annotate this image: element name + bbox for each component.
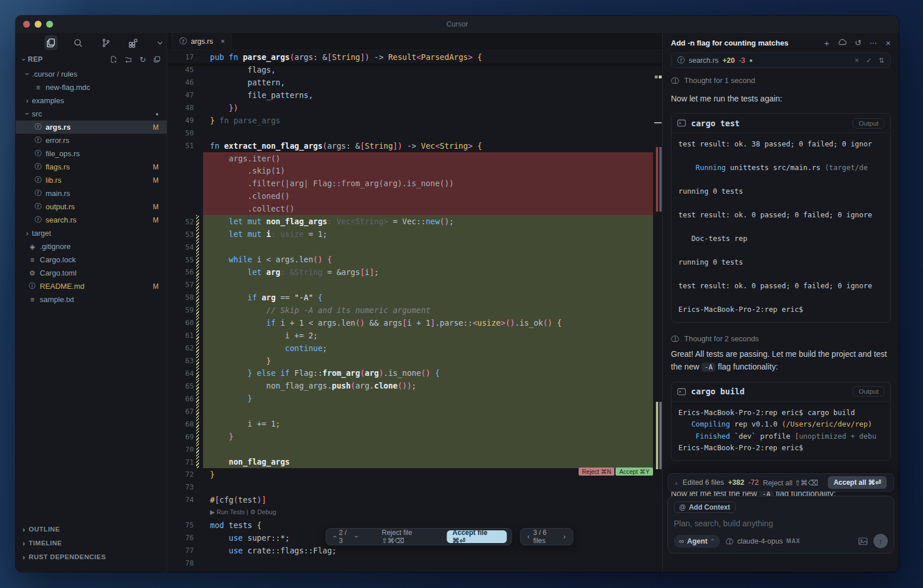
code-text: let mut non_flag_args: Vec<String> = Vec…	[194, 217, 454, 226]
line-number: 49	[167, 116, 194, 125]
code-line-55: 55 while i < args.len() {	[167, 253, 662, 266]
line-number: 62	[167, 344, 194, 352]
tree-item-main-rs[interactable]: ⓡmain.rs	[16, 187, 167, 200]
tree-item-args-rs[interactable]: ⓡargs.rsM	[16, 120, 167, 134]
tree-item-label: src	[32, 110, 42, 118]
accept-chip-icon[interactable]: ✓	[866, 56, 872, 65]
tree-item-cargo-lock[interactable]: ≡Cargo.lock	[16, 253, 167, 266]
tree-item--cursor-rules[interactable]: ›.cursor / rules	[16, 67, 167, 81]
code-text: fn extract_non_flag_args(args: &[String]…	[194, 141, 482, 150]
tree-item-lib-rs[interactable]: ⓡlib.rsM	[16, 174, 167, 187]
tree-item-src[interactable]: ›src●	[16, 107, 167, 120]
tree-item-flags-rs[interactable]: ⓡflags.rsM	[16, 160, 167, 174]
chat-input[interactable]	[674, 519, 888, 528]
chevron-down-icon: ›	[20, 58, 28, 61]
expand-chip-icon[interactable]: ⇅	[879, 56, 884, 65]
code-line-58: 58 if arg == "-A" {	[167, 291, 662, 304]
at-icon: @	[679, 503, 686, 511]
line-number: 69	[167, 432, 194, 441]
rust-file-icon: ⓡ	[34, 122, 42, 132]
panel-rust-dependencies[interactable]: ›RUST DEPENDENCIES	[16, 550, 167, 564]
new-folder-icon[interactable]	[125, 55, 133, 64]
reject-file-button[interactable]: Reject file ⇧⌘⌫	[365, 529, 442, 545]
agent-mode-selector[interactable]: ∞ Agent ⌃	[674, 535, 720, 548]
tree-item-file-ops-rs[interactable]: ⓡfile_ops.rs	[16, 147, 167, 160]
overview-ruler[interactable]	[654, 33, 662, 572]
code-text: }	[194, 356, 271, 365]
tab-args-rs[interactable]: ⓡ args.rs ×	[172, 33, 231, 50]
extensions-icon[interactable]	[126, 35, 140, 50]
close-icon[interactable]: ×	[886, 38, 891, 48]
source-control-icon[interactable]	[99, 35, 112, 50]
inline-code: -A	[701, 363, 715, 372]
output-button[interactable]: Output	[853, 118, 884, 129]
tree-item-output-rs[interactable]: ⓡoutput.rsM	[16, 200, 167, 213]
tree-item-label: .gitignore	[40, 242, 70, 251]
accept-all-button[interactable]: Accept all ⌘⏎	[828, 476, 887, 489]
history-icon[interactable]: ↺	[855, 38, 862, 47]
thought-row-2[interactable]: Thought for 2 seconds	[671, 334, 891, 343]
code-line-68: 68 i += 1;	[167, 417, 662, 430]
tree-item-label: Cargo.toml	[40, 269, 77, 277]
code-text: if arg == "-A" {	[194, 293, 322, 302]
image-attach-icon[interactable]	[858, 537, 868, 545]
more-icon[interactable]: ⋯	[869, 39, 877, 47]
chevron-down-icon[interactable]	[153, 35, 167, 50]
tree-item-examples[interactable]: ›examples	[16, 94, 167, 107]
prev-file-icon[interactable]: ‹	[527, 533, 530, 541]
output-button[interactable]: Output	[853, 386, 884, 397]
tree-item-readme-md[interactable]: ⓘREADME.mdM	[16, 280, 167, 293]
file-tree[interactable]: ›.cursor / rules≡new-flag.mdc›examples›s…	[16, 67, 167, 306]
chevron-up-icon[interactable]: ›	[331, 536, 339, 538]
line-number: 78	[167, 559, 194, 567]
git-file-icon: ◈	[28, 243, 36, 251]
tree-item-label: new-flag.mdc	[46, 83, 90, 92]
terminal-command: cargo build	[691, 387, 745, 396]
tree-item-cargo-toml[interactable]: ⚙Cargo.toml	[16, 266, 167, 280]
reject-chip-icon[interactable]: ×	[855, 56, 859, 65]
thought-row-1[interactable]: Thought for 1 second	[671, 76, 891, 85]
accept-file-button[interactable]: Accept file ⌘⏎	[447, 530, 506, 543]
chevron-right-icon[interactable]: ›	[675, 478, 677, 487]
explorer-header[interactable]: › REP ↻	[16, 52, 167, 66]
tree-item-label: main.rs	[46, 189, 70, 198]
tree-item-new-flag-mdc[interactable]: ≡new-flag.mdc	[16, 81, 167, 94]
brain-icon	[726, 538, 734, 545]
run-tests-codelens[interactable]: ▶ Run Tests | ⚙ Debug	[167, 508, 276, 516]
panel-timeline[interactable]: ›TIMELINE	[16, 536, 167, 550]
modified-badge: M	[153, 282, 159, 291]
tree-item-target[interactable]: ›target	[16, 227, 167, 240]
accept-hunk-button[interactable]: Accept ⌘Y	[616, 468, 653, 476]
next-file-icon[interactable]: ›	[564, 533, 566, 541]
refresh-icon[interactable]: ↻	[140, 55, 146, 64]
tree-item--gitignore[interactable]: ◈.gitignore	[16, 240, 167, 253]
search-icon[interactable]	[72, 35, 85, 50]
model-selector[interactable]: claude-4-opus MAX	[726, 537, 800, 545]
terminal-output: test result: ok. 38 passed; 0 failed; 0 …	[671, 133, 890, 322]
tree-item-error-rs[interactable]: ⓡerror.rs	[16, 134, 167, 147]
reject-all-button[interactable]: Reject all ⇧⌘⌫	[763, 478, 818, 487]
modified-badge: M	[153, 216, 159, 224]
tree-item-sample-txt[interactable]: ≡sample.txt	[16, 293, 167, 306]
files-icon[interactable]	[44, 35, 58, 50]
panel-outline[interactable]: ›OUTLINE	[16, 522, 167, 536]
cloud-icon[interactable]	[838, 39, 847, 47]
code-area[interactable]: 45 flags,46 pattern,47 file_patterns,48 …	[167, 63, 662, 570]
send-button[interactable]: ↑	[873, 534, 888, 548]
edited-file-chip[interactable]: ⓡ search.rs +20 -3 ● × ✓ ⇅	[671, 52, 891, 68]
code-text: file_patterns,	[194, 91, 313, 100]
add-context-button[interactable]: @ Add Context	[674, 502, 736, 513]
modified-badge: M	[153, 203, 159, 211]
chevron-down-icon[interactable]: ›	[352, 536, 361, 538]
line-number: 64	[167, 369, 194, 378]
collapse-all-icon[interactable]	[153, 55, 161, 64]
new-file-icon[interactable]	[110, 55, 118, 64]
rust-file-icon: ⓡ	[34, 135, 42, 145]
new-chat-icon[interactable]: +	[824, 38, 830, 48]
tree-item-search-rs[interactable]: ⓡsearch.rsM	[16, 213, 167, 227]
files-nav-pill: ‹ 3 / 6 files ›	[520, 528, 573, 545]
code-text: mod tests {	[194, 521, 261, 530]
close-icon[interactable]: ×	[220, 37, 225, 46]
reject-hunk-button[interactable]: Reject ⌘N	[579, 468, 615, 476]
code-text: .collect()	[194, 204, 294, 213]
